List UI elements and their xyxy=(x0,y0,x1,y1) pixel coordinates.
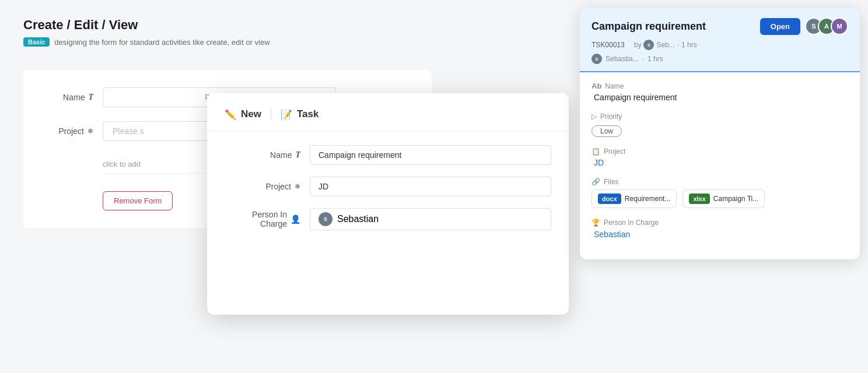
modal-new-label: New xyxy=(241,108,261,120)
panel-pic-section: 🏆 Person In Charge Sebastian xyxy=(592,219,848,240)
modal-name-row: Name T xyxy=(225,145,551,165)
panel-project-value[interactable]: JD xyxy=(592,158,848,167)
panel-body: Ab Name Campaign requirement ▷ Priority … xyxy=(580,72,860,259)
person-avatar: S xyxy=(318,212,332,226)
modal-name-type-icon: T xyxy=(295,150,300,160)
subtitle-text: designing the form for standard activiti… xyxy=(54,38,270,47)
bg-name-label: Name T xyxy=(47,93,93,102)
panel-name-label: Ab Name xyxy=(592,82,848,90)
ab-icon: Ab xyxy=(592,82,601,90)
panel-files-label: 🔗 Files xyxy=(592,178,848,186)
modal-task-section: 📝 Task xyxy=(281,108,319,120)
panel-header: Campaign requirement Open S A M TSK00013… xyxy=(580,8,860,72)
modal-project-icon: ❄ xyxy=(295,182,300,191)
person-icon: 👤 xyxy=(290,214,300,224)
modal-name-input[interactable] xyxy=(310,145,551,165)
panel-header-top: Campaign requirement Open S A M xyxy=(592,17,848,35)
panel-files-section: 🔗 Files docx Requirement... xlsx Campaig… xyxy=(592,178,848,208)
panel-title: Campaign requirement xyxy=(592,20,706,33)
modal-project-input[interactable] xyxy=(310,177,551,196)
file-name-xlsx: Campaign Ti... xyxy=(713,195,758,203)
panel-project-section: 📋 Project JD xyxy=(592,147,848,167)
remove-form-button[interactable]: Remove Form xyxy=(103,191,173,210)
modal-new-section: ✏️ New xyxy=(225,108,261,120)
bg-project-label: Project ❄ xyxy=(47,126,93,136)
file-type-docx: docx xyxy=(598,193,621,204)
modal-name-label: Name T xyxy=(225,150,300,160)
panel-name-section: Ab Name Campaign requirement xyxy=(592,82,848,102)
modal-person-label: Person In Charge 👤 xyxy=(225,210,300,228)
panel-meta: TSK00013 by S Seb... · 1 hrs xyxy=(592,40,848,50)
person-value: Sebastian xyxy=(337,214,379,224)
panel-pic-label: 🏆 Person In Charge xyxy=(592,219,848,227)
modal-header-divider xyxy=(271,107,271,121)
panel-priority-label: ▷ Priority xyxy=(592,112,848,121)
priority-badge: Low xyxy=(592,125,622,137)
file-chip-docx[interactable]: docx Requirement... xyxy=(592,189,677,208)
avatar-3: M xyxy=(831,17,848,35)
modal-header: ✏️ New 📝 Task xyxy=(207,93,569,131)
task-id: TSK00013 xyxy=(592,41,625,49)
panel-priority-section: ▷ Priority Low xyxy=(592,112,848,137)
files-icon: 🔗 xyxy=(592,178,600,186)
priority-icon: ▷ xyxy=(592,112,597,121)
by-avatar: S xyxy=(643,40,654,50)
panel-pic-value[interactable]: Sebastian xyxy=(592,230,630,239)
file-type-xlsx: xlsx xyxy=(689,193,709,204)
file-chip-xlsx[interactable]: xlsx Campaign Ti... xyxy=(682,189,765,208)
project-panel-icon: 📋 xyxy=(592,147,600,156)
file-name-docx: Requirement... xyxy=(625,195,671,203)
avatars-group: S A M xyxy=(805,17,848,35)
task-icon: 📝 xyxy=(281,109,292,120)
modal-project-row: Project ❄ xyxy=(225,177,551,196)
right-panel: Campaign requirement Open S A M TSK00013… xyxy=(580,8,860,259)
text-type-icon: T xyxy=(88,93,93,102)
panel-project-label: 📋 Project xyxy=(592,147,848,156)
sub-avatar: S xyxy=(592,54,602,64)
modal-person-field[interactable]: S Sebastian xyxy=(310,208,551,230)
panel-header-right: Open S A M xyxy=(760,17,848,35)
project-icon: ❄ xyxy=(88,127,93,135)
basic-badge: Basic xyxy=(23,37,50,47)
modal-project-label: Project ❄ xyxy=(225,182,300,191)
edit-icon: ✏️ xyxy=(225,109,236,120)
panel-name-value: Campaign requirement xyxy=(592,93,848,102)
modal-dialog: ✏️ New 📝 Task Name T Project ❄ Person xyxy=(207,93,569,315)
trophy-icon: 🏆 xyxy=(592,219,600,227)
files-row: docx Requirement... xlsx Campaign Ti... xyxy=(592,189,848,208)
modal-task-label: Task xyxy=(297,108,319,120)
panel-meta-user: by S Seb... · 1 hrs xyxy=(634,40,697,50)
panel-meta-sub: S Sebastia... · 1 hrs xyxy=(592,54,848,64)
modal-form-body: Name T Project ❄ Person In Charge 👤 S Se… xyxy=(207,131,569,256)
open-button[interactable]: Open xyxy=(760,18,800,35)
modal-person-row: Person In Charge 👤 S Sebastian xyxy=(225,208,551,230)
